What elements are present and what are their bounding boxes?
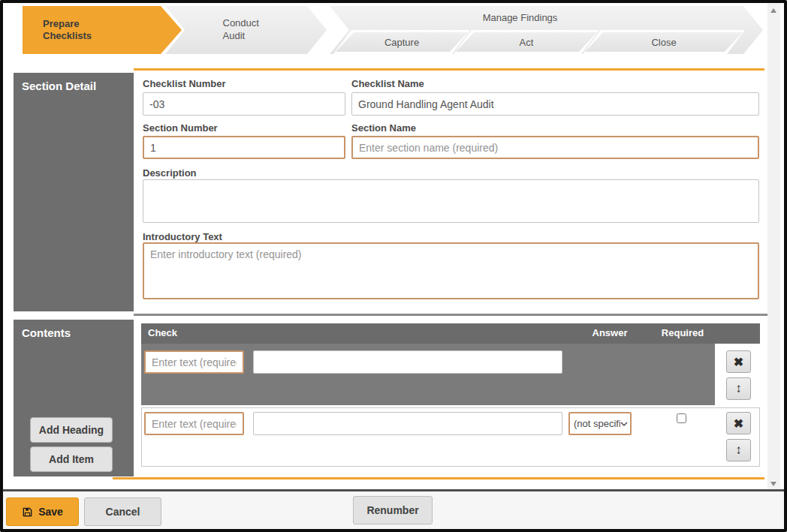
required-checkbox[interactable] <box>677 413 686 423</box>
checklist-name-input[interactable] <box>351 92 759 116</box>
answer-select[interactable]: (not specified) <box>568 412 632 435</box>
introductory-text-textarea[interactable] <box>143 242 759 299</box>
section-name-label: Section Name <box>351 122 416 134</box>
required-column-header: Required <box>659 327 706 338</box>
section-number-input[interactable] <box>143 136 345 159</box>
introductory-text-label: Introductory Text <box>143 231 222 242</box>
accent-line-bottom <box>113 477 764 479</box>
delete-row-button[interactable]: ✖ <box>726 412 751 434</box>
wizard-substep-label: Act <box>520 37 534 48</box>
move-row-button[interactable]: ↕ <box>726 377 751 400</box>
wizard-substep-label: Capture <box>384 37 419 48</box>
wizard-step-conduct-audit[interactable]: Conduct Audit <box>165 6 327 54</box>
scroll-down-icon[interactable] <box>770 482 776 486</box>
wizard-substep-act[interactable]: Act <box>454 30 599 54</box>
wizard-substep-label: Close <box>651 37 676 48</box>
save-button[interactable]: Save <box>6 497 79 526</box>
accent-line-top <box>134 68 764 71</box>
section-detail-title: Section Detail <box>14 73 134 92</box>
delete-row-button[interactable]: ✖ <box>726 350 751 373</box>
wizard-substep-close[interactable]: Close <box>583 30 745 54</box>
add-heading-button[interactable]: Add Heading <box>30 417 113 443</box>
answer-select-value: (not specified) <box>574 418 620 429</box>
check-column-header: Check <box>148 327 177 338</box>
section-divider <box>134 314 779 316</box>
contents-title: Contents <box>14 320 134 339</box>
move-row-button[interactable]: ↕ <box>726 439 751 461</box>
wizard-step-label: Manage Findings <box>330 6 763 23</box>
scroll-up-icon[interactable] <box>770 8 776 13</box>
item-detail-input[interactable] <box>253 412 562 435</box>
cancel-button[interactable]: Cancel <box>84 497 161 526</box>
section-name-input[interactable] <box>351 136 759 159</box>
item-text-input[interactable] <box>144 412 244 435</box>
contents-table-header: Check Answer Required <box>141 323 760 344</box>
wizard-substep-capture[interactable]: Capture <box>333 30 470 54</box>
vertical-scrollbar[interactable] <box>767 3 780 490</box>
wizard-step-prepare-checklists[interactable]: Prepare Checklists <box>23 6 182 54</box>
save-button-label: Save <box>38 506 63 518</box>
description-textarea[interactable] <box>143 179 759 223</box>
dropdown-chevron-icon <box>620 422 628 426</box>
answer-column-header: Answer <box>587 327 632 338</box>
wizard-step-label: Prepare Checklists <box>43 18 110 43</box>
section-number-label: Section Number <box>143 122 218 134</box>
move-vertical-icon: ↕ <box>735 381 742 396</box>
delete-icon: ✖ <box>734 355 743 369</box>
move-vertical-icon: ↕ <box>735 443 742 458</box>
checklist-number-label: Checklist Number <box>143 78 226 89</box>
renumber-button[interactable]: Renumber <box>353 496 433 524</box>
wizard-step-label: Conduct Audit <box>223 17 270 43</box>
section-detail-panel: Section Detail <box>14 73 134 311</box>
checklist-number-input[interactable] <box>143 92 345 116</box>
delete-icon: ✖ <box>734 416 743 431</box>
save-floppy-icon <box>22 506 33 518</box>
checklist-name-label: Checklist Name <box>351 78 424 89</box>
add-item-button[interactable]: Add Item <box>30 446 113 472</box>
heading-text-input[interactable] <box>144 350 244 374</box>
heading-detail-input[interactable] <box>253 350 562 374</box>
audit-checklist-window: Prepare Checklists Conduct Audit Manage … <box>0 0 787 532</box>
description-label: Description <box>143 167 197 179</box>
